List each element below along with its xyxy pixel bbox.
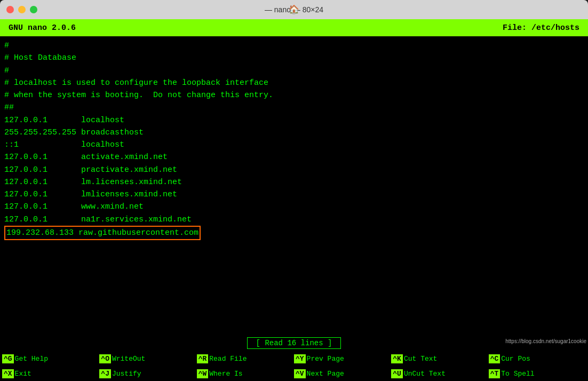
shortcut-label: Read File [209, 355, 247, 363]
shortcut-label: Cut Text [404, 355, 437, 363]
shortcut-item[interactable]: ^U UnCut Text [391, 369, 488, 378]
minimize-button[interactable] [18, 6, 26, 13]
shortcut-item[interactable]: ^V Next Page [294, 369, 391, 378]
shortcut-key: ^K [391, 354, 403, 363]
shortcut-key: ^W [197, 369, 209, 378]
shortcut-label: Cur Pos [501, 355, 530, 363]
shortcut-item[interactable]: ^J Justify [99, 369, 196, 378]
shortcut-label: UnCut Text [404, 370, 446, 378]
editor-line: 127.0.0.1 activate.xmind.net [4, 151, 584, 163]
shortcut-item[interactable]: ^O WriteOut [99, 354, 196, 363]
shortcut-label: Justify [112, 370, 141, 378]
shortcut-item[interactable]: ^Y Prev Page [294, 354, 391, 363]
editor-line: 127.0.0.1 localhost [4, 114, 584, 126]
nano-header: GNU nano 2.0.6 File: /etc/hosts [0, 19, 588, 36]
shortcut-key: ^X [2, 369, 14, 378]
shortcut-item[interactable]: ^C Cur Pos [489, 354, 586, 363]
editor-line: # localhost is used to configure the loo… [4, 77, 584, 89]
shortcut-key: ^J [99, 369, 111, 378]
editor-line: 127.0.0.1 practivate.xmind.net [4, 164, 584, 176]
home-icon: 🏠 [289, 4, 299, 15]
editor-line: 127.0.0.1 na1r.services.xmind.net [4, 213, 584, 226]
traffic-lights [6, 6, 37, 13]
shortcut-label: Prev Page [307, 355, 344, 363]
watermark: https://blog.csdn.net/sugar1cookie [504, 338, 588, 345]
shortcut-label: Get Help [15, 355, 48, 363]
editor-line: # [4, 65, 584, 77]
shortcut-label: To Spell [501, 370, 534, 378]
highlighted-editor-line: 199.232.68.133 raw.githubusercontent.com [4, 226, 584, 240]
highlight-box: 199.232.68.133 raw.githubusercontent.com [4, 226, 201, 240]
shortcut-label: WriteOut [112, 355, 145, 363]
shortcut-key: ^V [294, 369, 306, 378]
shortcut-key: ^G [2, 354, 14, 363]
shortcut-label: Exit [15, 370, 31, 378]
shortcut-item[interactable]: ^W Where Is [197, 369, 294, 378]
nano-version: GNU nano 2.0.6 [9, 23, 76, 33]
status-bar: [ Read 16 lines ] [0, 335, 588, 351]
shortcut-bar-2: ^X Exit^J Justify^W Where Is^V Next Page… [0, 366, 588, 381]
shortcut-label: Where Is [209, 370, 242, 378]
shortcut-key: ^T [489, 369, 500, 378]
shortcut-key: ^U [391, 369, 403, 378]
shortcut-key: ^O [99, 354, 111, 363]
editor-line: # when the system is booting. Do not cha… [4, 89, 584, 101]
terminal-window: 🏠 — nano — 80×24 GNU nano 2.0.6 File: /e… [0, 0, 588, 381]
editor-area[interactable]: ## Host Database## localhost is used to … [0, 36, 588, 335]
editor-line: # Host Database [4, 52, 584, 64]
maximize-button[interactable] [30, 6, 37, 13]
close-button[interactable] [6, 6, 14, 13]
editor-line: ## [4, 101, 584, 114]
shortcut-label: Next Page [307, 370, 344, 378]
shortcut-item[interactable]: ^K Cut Text [391, 354, 488, 363]
status-message: [ Read 16 lines ] [247, 337, 341, 349]
shortcut-item[interactable]: ^G Get Help [2, 354, 99, 363]
shortcut-item[interactable]: ^R Read File [197, 354, 294, 363]
editor-line: ::1 localhost [4, 139, 584, 151]
shortcut-item[interactable]: ^T To Spell [489, 369, 586, 378]
shortcut-item[interactable]: ^X Exit [2, 369, 99, 378]
shortcut-key: ^C [489, 354, 500, 363]
editor-line: 127.0.0.1 lm.licenses.xmind.net [4, 176, 584, 188]
editor-line-empty [4, 240, 584, 252]
shortcut-bar-1: ^G Get Help^O WriteOut^R Read File^Y Pre… [0, 351, 588, 366]
editor-line: # [4, 39, 584, 52]
editor-line: 255.255.255.255 broadcasthost [4, 126, 584, 139]
shortcut-key: ^R [197, 354, 209, 363]
editor-line: 127.0.0.1 www.xmind.net [4, 201, 584, 213]
title-bar: 🏠 — nano — 80×24 [0, 0, 588, 19]
shortcut-key: ^Y [294, 354, 306, 363]
editor-line: 127.0.0.1 lmlicenses.xmind.net [4, 188, 584, 201]
nano-filename: File: /etc/hosts [503, 23, 579, 33]
